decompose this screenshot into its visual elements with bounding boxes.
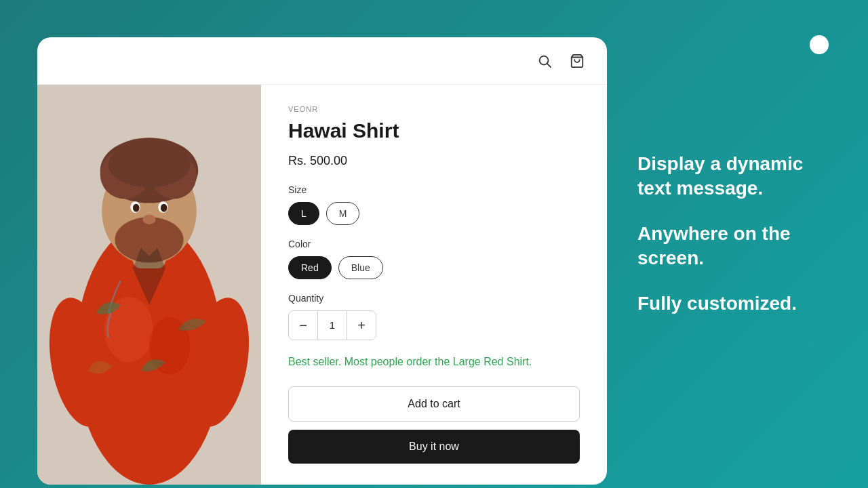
action-buttons: Add to cart Buy it now (288, 386, 580, 464)
product-details: VEONR Hawai Shirt Rs. 500.00 Size L M Co… (261, 85, 607, 485)
color-section: Color Red Blue (288, 239, 580, 279)
product-image-svg (37, 85, 261, 485)
svg-point-14 (108, 142, 190, 187)
quantity-section: Quantity − 1 + (288, 293, 580, 340)
search-icon (537, 54, 552, 68)
card-body: VEONR Hawai Shirt Rs. 500.00 Size L M Co… (37, 85, 607, 485)
quantity-decrease-button[interactable]: − (289, 311, 317, 340)
size-option-M[interactable]: M (326, 202, 360, 225)
product-price: Rs. 500.00 (288, 154, 580, 168)
card-header (37, 37, 607, 85)
quantity-stepper: − 1 + (288, 310, 376, 340)
bestseller-message: Best seller. Most people order the Large… (288, 354, 580, 370)
size-options: L M (288, 202, 580, 225)
vendor-label: VEONR (288, 105, 580, 113)
size-section: Size L M (288, 184, 580, 225)
promo-line-2: Anywhere on the screen. (637, 222, 834, 271)
quantity-value: 1 (317, 311, 347, 340)
promo-line-3: Fully customized. (637, 291, 834, 316)
quantity-label: Quantity (288, 293, 580, 304)
svg-point-19 (161, 204, 167, 212)
product-title: Hawai Shirt (288, 119, 580, 143)
color-label: Color (288, 239, 580, 249)
product-image-container (37, 85, 261, 485)
color-option-blue[interactable]: Blue (338, 256, 383, 279)
product-image (37, 85, 261, 485)
search-button[interactable] (535, 52, 554, 70)
svg-line-1 (547, 64, 551, 67)
cart-icon (570, 54, 585, 68)
svg-point-18 (133, 204, 140, 212)
add-to-cart-button[interactable]: Add to cart (288, 386, 580, 422)
color-options: Red Blue (288, 256, 580, 279)
size-option-L[interactable]: L (288, 202, 319, 225)
svg-point-20 (142, 214, 155, 224)
color-option-red[interactable]: Red (288, 256, 332, 279)
white-dot-decoration (810, 35, 829, 54)
buy-it-now-button[interactable]: Buy it now (288, 430, 580, 464)
promo-panel: Display a dynamic text message. Anywhere… (604, 0, 868, 488)
quantity-increase-button[interactable]: + (347, 311, 376, 340)
promo-line-1: Display a dynamic text message. (637, 152, 834, 201)
product-card: VEONR Hawai Shirt Rs. 500.00 Size L M Co… (37, 37, 607, 485)
size-label: Size (288, 184, 580, 195)
cart-button[interactable] (568, 52, 587, 70)
